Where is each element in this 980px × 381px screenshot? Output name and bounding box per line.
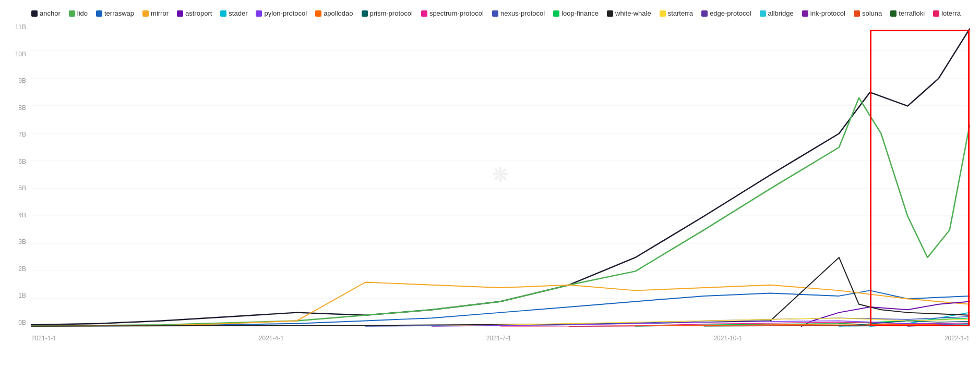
x-label-2021-7-1: 2021-7-1 — [486, 335, 511, 342]
y-label-4B: 4B — [5, 212, 26, 219]
legend-color-starterra — [660, 10, 666, 17]
y-axis: 11B10B9B8B7B6B5B4B3B2B1B0B — [5, 23, 26, 326]
legend-color-astroport — [177, 10, 183, 17]
legend-color-loop-finance — [553, 10, 559, 17]
y-label-6B: 6B — [5, 158, 26, 165]
legend-item-spectrum-protocol: spectrum-protocol — [421, 9, 484, 17]
legend-label-starterra: starterra — [668, 9, 693, 17]
y-label-10B: 10B — [5, 51, 26, 58]
legend-item-anchor: anchor — [31, 9, 61, 17]
x-label-2021-1-1: 2021-1-1 — [31, 335, 56, 342]
legend-color-white-whale — [607, 10, 613, 17]
legend-label-stader: stader — [229, 9, 247, 17]
x-label-2022-1-1: 2022-1-1 — [945, 335, 970, 342]
x-label-2021-10-1: 2021-10-1 — [713, 335, 742, 342]
legend-label-spectrum-protocol: spectrum-protocol — [429, 9, 484, 17]
legend-label-apollodao: apollodao — [324, 9, 353, 17]
legend-label-prism-protocol: prism-protocol — [370, 9, 413, 17]
legend-color-nexus-protocol — [492, 10, 498, 17]
legend-label-terraswap: terraswap — [104, 9, 134, 17]
y-label-2B: 2B — [5, 265, 26, 273]
x-axis: 2021-1-12021-4-12021-7-12021-10-12022-1-… — [31, 335, 970, 342]
legend-label-edge-protocol: edge-protocol — [710, 9, 751, 17]
legend-item-allbridge: allbridge — [760, 9, 794, 17]
legend-item-pylon-protocol: pylon-protocol — [256, 9, 307, 17]
legend-color-stader — [220, 10, 226, 17]
legend-item-white-whale: white-whale — [607, 9, 651, 17]
legend-label-loterra: loterra — [941, 9, 961, 17]
legend-color-lido — [69, 10, 75, 17]
legend-color-terrafloki — [890, 10, 897, 17]
legend-color-pylon-protocol — [256, 10, 262, 17]
legend-item-soluna: soluna — [854, 9, 882, 17]
legend-label-nexus-protocol: nexus-protocol — [500, 9, 545, 17]
chart-legend: anchorlidoterraswapmirrorastroportstader… — [31, 5, 970, 23]
legend-color-terraswap — [96, 10, 102, 17]
legend-item-terraswap: terraswap — [96, 9, 134, 17]
legend-item-apollodao: apollodao — [315, 9, 353, 17]
legend-color-spectrum-protocol — [421, 10, 427, 17]
legend-label-white-whale: white-whale — [615, 9, 651, 17]
y-label-1B: 1B — [5, 292, 26, 299]
legend-color-anchor — [31, 10, 38, 17]
legend-label-astroport: astroport — [185, 9, 212, 17]
legend-label-soluna: soluna — [862, 9, 882, 17]
y-label-9B: 9B — [5, 77, 26, 84]
legend-label-mirror: mirror — [151, 9, 169, 17]
legend-color-ink-protocol — [802, 10, 808, 17]
legend-label-allbridge: allbridge — [768, 9, 794, 17]
legend-color-edge-protocol — [701, 10, 708, 17]
legend-color-apollodao — [315, 10, 321, 17]
legend-color-soluna — [854, 10, 860, 17]
legend-item-lido: lido — [69, 9, 88, 17]
legend-item-nexus-protocol: nexus-protocol — [492, 9, 545, 17]
y-label-0B: 0B — [5, 319, 26, 326]
legend-item-terrafloki: terrafloki — [890, 9, 925, 17]
legend-color-allbridge — [760, 10, 766, 17]
legend-item-ink-protocol: ink-protocol — [802, 9, 845, 17]
legend-color-prism-protocol — [362, 10, 368, 17]
legend-item-stader: stader — [220, 9, 247, 17]
legend-label-ink-protocol: ink-protocol — [810, 9, 845, 17]
legend-item-loterra: loterra — [933, 9, 961, 17]
legend-label-pylon-protocol: pylon-protocol — [264, 9, 307, 17]
x-label-2021-4-1: 2021-4-1 — [259, 335, 284, 342]
legend-label-terrafloki: terrafloki — [899, 9, 925, 17]
chart-area: 11B10B9B8B7B6B5B4B3B2B1B0B ❊ 2021-1-1202… — [31, 23, 970, 326]
legend-item-starterra: starterra — [660, 9, 693, 17]
y-label-3B: 3B — [5, 238, 26, 245]
y-label-5B: 5B — [5, 185, 26, 192]
legend-item-mirror: mirror — [142, 9, 169, 17]
watermark-icon: ❊ — [492, 164, 508, 186]
legend-item-edge-protocol: edge-protocol — [701, 9, 751, 17]
legend-label-anchor: anchor — [40, 9, 61, 17]
chart-container: anchorlidoterraswapmirrorastroportstader… — [0, 0, 980, 381]
legend-item-loop-finance: loop-finance — [553, 9, 599, 17]
legend-label-loop-finance: loop-finance — [561, 9, 599, 17]
legend-item-prism-protocol: prism-protocol — [362, 9, 413, 17]
legend-label-lido: lido — [77, 9, 88, 17]
legend-color-loterra — [933, 10, 939, 17]
y-label-7B: 7B — [5, 131, 26, 138]
y-label-8B: 8B — [5, 104, 26, 112]
legend-item-astroport: astroport — [177, 9, 212, 17]
watermark: ❊ — [492, 164, 513, 186]
y-label-11B: 11B — [5, 23, 26, 31]
legend-color-mirror — [142, 10, 149, 17]
